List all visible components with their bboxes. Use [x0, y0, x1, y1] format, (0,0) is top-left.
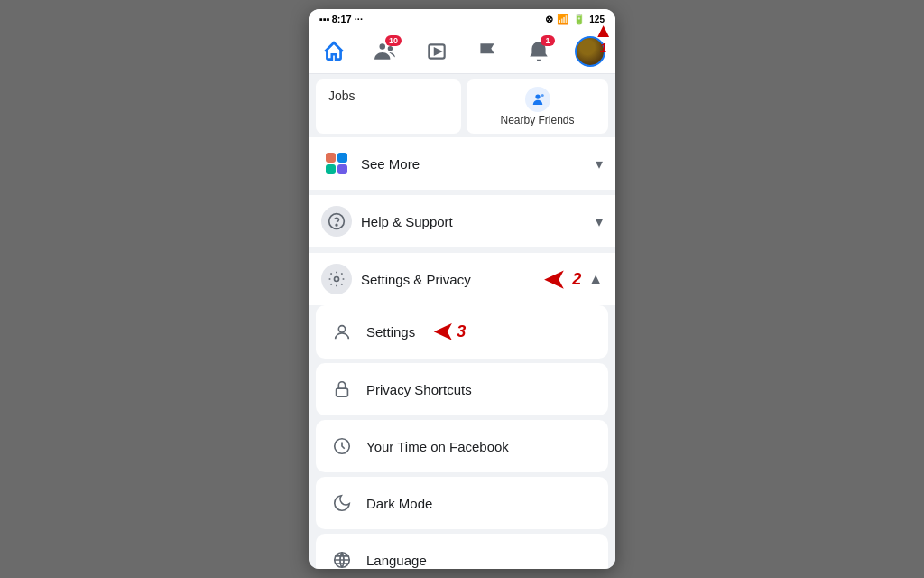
- svg-point-0: [379, 43, 385, 50]
- help-row-left: Help & Support: [321, 206, 453, 237]
- status-left: ▪▪▪ 8:17 ···: [319, 14, 363, 24]
- svg-rect-8: [326, 164, 336, 174]
- privacy-shortcuts-label: Privacy Shortcuts: [366, 382, 472, 397]
- see-more-row-left: See More: [321, 148, 420, 179]
- annotation-3-label: 3: [457, 322, 466, 341]
- see-more-icon: [324, 151, 349, 176]
- see-more-menu-item[interactable]: See More ▾: [309, 137, 615, 190]
- dark-mode-label: Dark Mode: [366, 496, 432, 511]
- settings-privacy-menu-item[interactable]: Settings & Privacy ➤ 2 ▲: [309, 253, 615, 305]
- globe-icon: [332, 550, 352, 569]
- arrow1-up-icon: ▲: [594, 21, 614, 41]
- battery-icon: 🔋: [573, 14, 586, 25]
- phone-frame: ▪▪▪ 8:17 ··· ⊗ 📶 🔋 125 10: [309, 9, 615, 569]
- home-icon: [322, 40, 346, 63]
- content-area: Jobs Nearby Friends: [309, 74, 615, 569]
- help-support-menu-item[interactable]: Help & Support ▾: [309, 195, 615, 247]
- settings-privacy-submenu: Settings ➤ 3 Privacy Shortcuts: [309, 305, 615, 569]
- svg-rect-6: [326, 153, 336, 163]
- profile-nav-button[interactable]: ▲ 1: [572, 33, 608, 70]
- language-submenu-item[interactable]: Language: [316, 534, 608, 569]
- arrow1-annotation: ▲ 1: [594, 21, 614, 55]
- help-chevron: ▾: [596, 213, 603, 230]
- privacy-shortcuts-icon: [328, 376, 356, 403]
- clock-icon: [332, 436, 352, 456]
- nearby-friends-label: Nearby Friends: [500, 114, 574, 126]
- svg-point-13: [338, 325, 345, 331]
- dark-mode-submenu-item[interactable]: Dark Mode: [316, 477, 608, 529]
- privacy-shortcuts-submenu-item[interactable]: Privacy Shortcuts: [316, 363, 608, 415]
- sp-row-left: Settings & Privacy: [321, 264, 471, 294]
- see-more-icon-container: [321, 148, 352, 179]
- language-label: Language: [366, 553, 427, 568]
- no-wifi-icon: ⊗: [545, 14, 553, 25]
- groups-nav-button[interactable]: 10: [367, 33, 403, 70]
- svg-point-5: [541, 94, 543, 97]
- arrow3-annotation: ➤ 3: [433, 318, 466, 346]
- arrow2-icon: ➤: [544, 265, 565, 294]
- svg-point-11: [336, 224, 337, 226]
- see-more-chevron: ▾: [596, 155, 603, 172]
- your-time-submenu-item[interactable]: Your Time on Facebook: [316, 420, 608, 472]
- groups-badge: 10: [385, 35, 402, 46]
- moon-icon: [332, 493, 352, 513]
- status-bar: ▪▪▪ 8:17 ··· ⊗ 📶 🔋 125: [309, 9, 615, 29]
- svg-point-4: [535, 94, 540, 98]
- signal-icon: ▪▪▪: [319, 14, 330, 24]
- bell-nav-button[interactable]: 1: [521, 33, 557, 70]
- annotation-1-label: 1: [600, 41, 607, 55]
- svg-rect-9: [337, 164, 347, 174]
- nearby-friends-icon: [525, 87, 550, 112]
- watch-icon: [425, 40, 448, 63]
- svg-rect-14: [337, 388, 348, 396]
- settings-submenu-icon: [328, 319, 356, 346]
- wifi-icon: 📶: [557, 14, 569, 25]
- your-time-label: Your Time on Facebook: [366, 439, 509, 454]
- language-icon: [328, 546, 356, 569]
- svg-marker-3: [434, 48, 440, 54]
- gear-icon: [328, 270, 346, 288]
- svg-rect-7: [337, 153, 347, 163]
- sp-right-area: ➤ 2 ▲: [544, 265, 603, 294]
- nearby-friends-item[interactable]: Nearby Friends: [467, 79, 608, 134]
- bell-badge: 1: [541, 35, 555, 46]
- gear-icon-container: [321, 264, 352, 294]
- lock-icon: [332, 379, 352, 399]
- help-icon: [328, 212, 346, 230]
- svg-point-1: [388, 46, 393, 51]
- nav-bar: 10 1 ▲ 1: [309, 29, 615, 74]
- jobs-label: Jobs: [328, 89, 356, 103]
- status-time: 8:17 ···: [332, 14, 363, 24]
- home-nav-button[interactable]: [316, 33, 352, 70]
- arrow3-icon: ➤: [433, 318, 453, 346]
- help-icon-container: [321, 206, 352, 237]
- flag-icon: [476, 40, 499, 63]
- settings-privacy-label: Settings & Privacy: [361, 272, 471, 287]
- nearby-icon: [530, 91, 546, 107]
- see-more-label: See More: [361, 156, 420, 172]
- settings-submenu-item[interactable]: Settings ➤ 3: [316, 305, 608, 359]
- flag-nav-button[interactable]: [469, 33, 505, 70]
- jobs-menu-item[interactable]: Jobs: [316, 79, 461, 134]
- svg-point-12: [335, 277, 339, 282]
- your-time-icon: [328, 433, 356, 460]
- annotation-2-label: 2: [572, 270, 581, 289]
- settings-submenu-label: Settings: [366, 324, 415, 340]
- dark-mode-icon: [328, 489, 356, 517]
- user-settings-icon: [332, 322, 352, 342]
- watch-nav-button[interactable]: [419, 33, 455, 70]
- sp-chevron: ▲: [588, 271, 603, 287]
- help-support-label: Help & Support: [361, 214, 453, 229]
- top-section: Jobs Nearby Friends: [309, 74, 615, 137]
